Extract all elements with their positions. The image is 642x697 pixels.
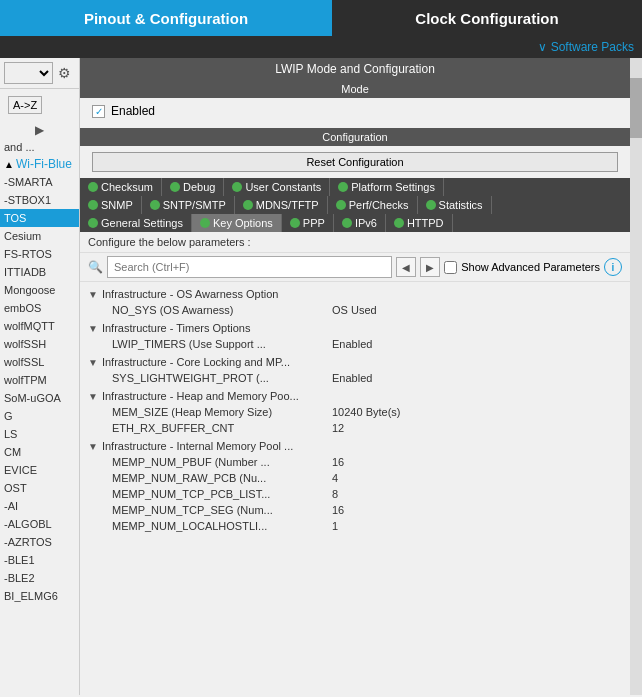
snmp-dot (88, 200, 98, 210)
sidebar-item-wifi: Wi-Fi-Blue (16, 157, 72, 171)
tree-section-heap-header[interactable]: ▼ Infrastructure - Heap and Memory Poo..… (88, 388, 622, 404)
tab-perf-checks[interactable]: Perf/Checks (328, 196, 418, 214)
tab-platform-settings[interactable]: Platform Settings (330, 178, 444, 196)
sidebar-item-wolfmqtt[interactable]: wolfMQTT (0, 317, 79, 335)
info-button[interactable]: i (604, 258, 622, 276)
no-sys-value: OS Used (332, 304, 377, 316)
core-locking-section-label: Infrastructure - Core Locking and MP... (102, 356, 290, 368)
enabled-checkbox[interactable] (92, 105, 105, 118)
sidebar-item-ittiadb[interactable]: ITTIADB (0, 263, 79, 281)
tab-ipv6[interactable]: IPv6 (334, 214, 386, 232)
sidebar-item-azrtos[interactable]: -AZRTOS (0, 533, 79, 551)
collapse-arrow-timers: ▼ (88, 323, 98, 334)
timers-section-label: Infrastructure - Timers Options (102, 322, 251, 334)
sidebar-item-and[interactable]: and ... (0, 139, 79, 155)
show-advanced-checkbox[interactable] (444, 261, 457, 274)
sidebar-item-mongoose[interactable]: Mongoose (0, 281, 79, 299)
tab-key-options[interactable]: Key Options (192, 214, 282, 232)
scrollbar[interactable] (630, 58, 642, 695)
sidebar-item-embos[interactable]: embOS (0, 299, 79, 317)
tree-item-sys-lightweight: SYS_LIGHTWEIGHT_PROT (... Enabled (88, 370, 622, 386)
tree-section-internal-memory-header[interactable]: ▼ Infrastructure - Internal Memory Pool … (88, 438, 622, 454)
tab-user-constants-label: User Constants (245, 181, 321, 193)
sidebar-item-ai[interactable]: -AI (0, 497, 79, 515)
heap-section-label: Infrastructure - Heap and Memory Poo... (102, 390, 299, 402)
collapse-arrow-os: ▼ (88, 289, 98, 300)
tab-snmp[interactable]: SNMP (80, 196, 142, 214)
mem-size-name: MEM_SIZE (Heap Memory Size) (112, 406, 332, 418)
tab-user-constants[interactable]: User Constants (224, 178, 330, 196)
sidebar-item-cesium[interactable]: Cesium (0, 227, 79, 245)
sidebar-expand-wifi[interactable]: ▲ Wi-Fi-Blue (0, 155, 79, 173)
tab-debug[interactable]: Debug (162, 178, 224, 196)
tab-checksum[interactable]: Checksum (80, 178, 162, 196)
tab-ppp-label: PPP (303, 217, 325, 229)
tree-section-heap: ▼ Infrastructure - Heap and Memory Poo..… (88, 388, 622, 436)
tree-section-timers-header[interactable]: ▼ Infrastructure - Timers Options (88, 320, 622, 336)
collapse-arrow-internal: ▼ (88, 441, 98, 452)
memp-pbuf-name: MEMP_NUM_PBUF (Number ... (112, 456, 332, 468)
show-advanced-label[interactable]: Show Advanced Parameters (444, 261, 600, 274)
sidebar-item-somugoa[interactable]: SoM-uGOA (0, 389, 79, 407)
sidebar-item-ble1[interactable]: -BLE1 (0, 551, 79, 569)
sidebar-item-cm[interactable]: CM (0, 443, 79, 461)
sidebar-item-tos[interactable]: TOS (0, 209, 79, 227)
collapse-arrow-heap: ▼ (88, 391, 98, 402)
tree-section-os-awarness-header[interactable]: ▼ Infrastructure - OS Awarness Option (88, 286, 622, 302)
tree-item-lwip-timers: LWIP_TIMERS (Use Support ... Enabled (88, 336, 622, 352)
general-settings-dot (88, 218, 98, 228)
tree-section-internal-memory: ▼ Infrastructure - Internal Memory Pool … (88, 438, 622, 534)
sidebar-item-g[interactable]: G (0, 407, 79, 425)
sidebar-item-wolfssl[interactable]: wolfSSL (0, 353, 79, 371)
checksum-dot (88, 182, 98, 192)
sidebar-items-list: and ... ▲ Wi-Fi-Blue -SMARTA -STBOX1 TOS… (0, 139, 79, 605)
sidebar-item-bielmg6[interactable]: BI_ELMG6 (0, 587, 79, 605)
gear-icon[interactable]: ⚙ (53, 62, 75, 84)
no-sys-name: NO_SYS (OS Awarness) (112, 304, 332, 316)
pinout-config-title: Pinout & Configuration (0, 0, 332, 36)
software-packs-bar[interactable]: ∨ Software Packs (0, 36, 642, 58)
scrollbar-thumb[interactable] (630, 78, 642, 138)
memp-pbuf-value: 16 (332, 456, 344, 468)
search-icon: 🔍 (88, 260, 103, 274)
reset-config-button[interactable]: Reset Configuration (92, 152, 618, 172)
enabled-label: Enabled (111, 104, 155, 118)
tab-general-settings[interactable]: General Settings (80, 214, 192, 232)
sidebar-item-ble2[interactable]: -BLE2 (0, 569, 79, 587)
sidebar-item-smarta[interactable]: -SMARTA (0, 173, 79, 191)
tab-statistics[interactable]: Statistics (418, 196, 492, 214)
sidebar-item-algobl[interactable]: -ALGOBL (0, 515, 79, 533)
tab-httpd[interactable]: HTTPD (386, 214, 453, 232)
tree-item-no-sys: NO_SYS (OS Awarness) OS Used (88, 302, 622, 318)
sidebar-item-fsrtos[interactable]: FS-RTOS (0, 245, 79, 263)
sidebar-item-ost[interactable]: OST (0, 479, 79, 497)
config-title: Configuration (80, 128, 630, 146)
expand-arrow[interactable]: ▶ (0, 121, 79, 139)
tab-ppp[interactable]: PPP (282, 214, 334, 232)
show-advanced-text: Show Advanced Parameters (461, 261, 600, 273)
tree-section-core-locking: ▼ Infrastructure - Core Locking and MP..… (88, 354, 622, 386)
sidebar-item-ls[interactable]: LS (0, 425, 79, 443)
user-constants-dot (232, 182, 242, 192)
tabs-row-2: SNMP SNTP/SMTP MDNS/TFTP Perf/Checks Sta… (80, 196, 630, 214)
tree-item-memp-tcp-seg: MEMP_NUM_TCP_SEG (Num... 16 (88, 502, 622, 518)
sidebar-item-stbox1[interactable]: -STBOX1 (0, 191, 79, 209)
ppp-dot (290, 218, 300, 228)
az-sort-button[interactable]: A->Z (8, 96, 42, 114)
tree-item-memp-tcp-pcb-list: MEMP_NUM_TCP_PCB_LIST... 8 (88, 486, 622, 502)
tab-sntp-smtp[interactable]: SNTP/SMTP (142, 196, 235, 214)
sidebar-item-wolfssh[interactable]: wolfSSH (0, 335, 79, 353)
sidebar-item-wolftpm[interactable]: wolfTPM (0, 371, 79, 389)
search-next-button[interactable]: ▶ (420, 257, 440, 277)
search-input[interactable] (107, 256, 392, 278)
memp-localhost-value: 1 (332, 520, 338, 532)
tree-section-core-locking-header[interactable]: ▼ Infrastructure - Core Locking and MP..… (88, 354, 622, 370)
sidebar-item-evice[interactable]: EVICE (0, 461, 79, 479)
tab-ipv6-label: IPv6 (355, 217, 377, 229)
tab-mdns-tftp[interactable]: MDNS/TFTP (235, 196, 328, 214)
lwip-title: LWIP Mode and Configuration (80, 58, 630, 80)
tab-mdns-tftp-label: MDNS/TFTP (256, 199, 319, 211)
sidebar-dropdown[interactable] (4, 62, 53, 84)
search-prev-button[interactable]: ◀ (396, 257, 416, 277)
memp-tcp-seg-name: MEMP_NUM_TCP_SEG (Num... (112, 504, 332, 516)
